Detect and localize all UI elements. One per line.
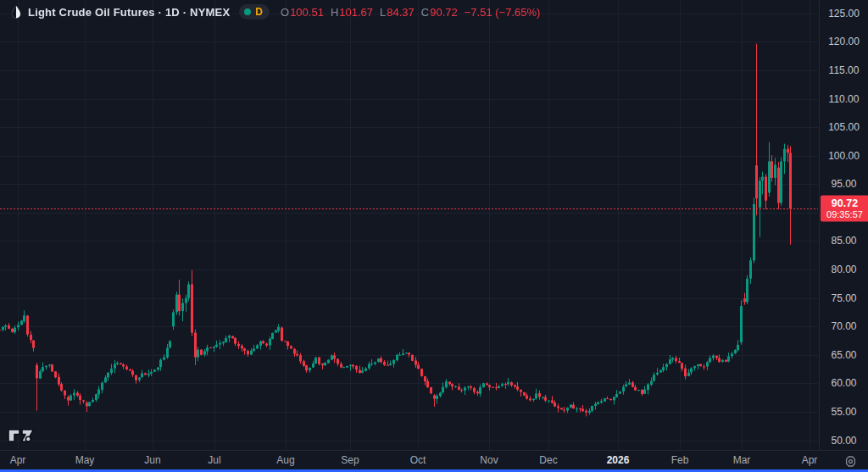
time-axis[interactable]: AprMayJunJulAugSepOctNovDec2026FebMarApr [0, 450, 868, 470]
countdown-timer: 09:35:57 [826, 209, 863, 220]
price-axis-label: 125.00 [819, 8, 868, 19]
time-axis-label: Mar [733, 454, 751, 466]
price-axis-label: 75.00 [819, 292, 868, 304]
time-axis-label: Dec [539, 454, 557, 466]
time-axis-label: Apr [802, 454, 818, 466]
high-value: 101.67 [339, 6, 373, 19]
time-axis-label: Jul [208, 454, 220, 466]
symbol-header: Light Crude Oil Futures · 1D · NYMEX D O… [8, 4, 540, 19]
price-axis-label: 95.00 [819, 178, 868, 190]
close-value: 90.72 [430, 6, 458, 19]
price-axis-label: 120.00 [819, 36, 868, 47]
time-axis-label: Apr [10, 454, 26, 466]
tradingview-chart-window: Light Crude Oil Futures · 1D · NYMEX D O… [0, 0, 868, 472]
price-axis-label: 80.00 [819, 264, 868, 275]
price-axis-label: 85.00 [819, 235, 868, 247]
chart-settings-gear-icon[interactable] [844, 455, 857, 471]
price-axis-label: 100.00 [819, 150, 868, 162]
open-value: 100.51 [290, 6, 324, 19]
price-axis-label: 60.00 [819, 377, 868, 389]
interval-label: D [255, 6, 263, 18]
price-axis-label: 115.00 [819, 64, 868, 76]
last-price-value: 90.72 [832, 197, 858, 209]
tradingview-logo[interactable] [8, 426, 35, 448]
time-axis-label: Jun [144, 454, 160, 466]
time-axis-label: Nov [480, 454, 498, 466]
price-axis[interactable]: 90.72 09:35:57 125.00120.00115.00110.001… [818, 0, 868, 450]
price-axis-label: 50.00 [819, 435, 868, 447]
price-axis-label: 105.00 [819, 121, 868, 133]
time-axis-label: Feb [671, 454, 689, 466]
low-label: L [380, 6, 386, 19]
low-value: 84.37 [387, 6, 415, 19]
time-axis-label: 2026 [607, 454, 630, 466]
price-axis-label: 70.00 [819, 320, 868, 332]
time-axis-label: Aug [276, 454, 294, 466]
time-axis-label: Sep [341, 454, 359, 466]
ohlc-readout: O100.51 H101.67 L84.37 C90.72 −7.51 (−7.… [281, 6, 540, 19]
high-label: H [331, 6, 338, 19]
price-axis-label: 65.00 [819, 349, 868, 361]
symbol-title[interactable]: Light Crude Oil Futures · 1D · NYMEX [28, 6, 230, 19]
time-axis-label: Oct [410, 454, 426, 466]
oil-drop-icon [8, 5, 23, 19]
market-status-dot [244, 8, 251, 15]
price-axis-label: 55.00 [819, 406, 868, 418]
price-axis-label: 110.00 [819, 93, 868, 105]
interval-pill[interactable]: D [239, 4, 270, 19]
candlestick-chart-pane[interactable] [0, 0, 818, 450]
close-label: C [421, 6, 429, 19]
open-label: O [281, 6, 289, 19]
last-price-badge: 90.72 09:35:57 [821, 196, 868, 222]
time-axis-label: May [75, 454, 95, 466]
change-value: −7.51 (−7.65%) [465, 6, 541, 19]
